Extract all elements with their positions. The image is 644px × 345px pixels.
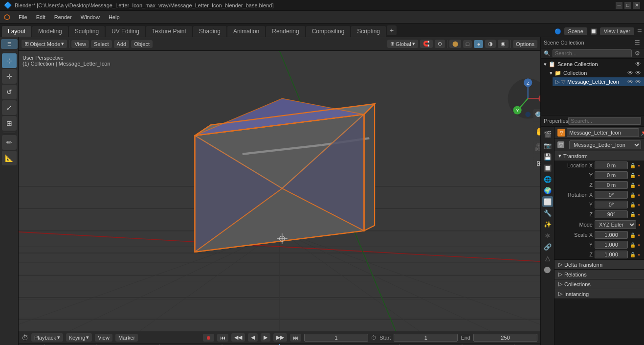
rotation-z-dot[interactable]: ●: [638, 212, 640, 217]
record-button[interactable]: ⏺: [203, 334, 214, 342]
scale-y-dot[interactable]: ●: [638, 243, 640, 247]
location-z-value[interactable]: 0 m: [595, 181, 628, 189]
tab-modeling[interactable]: Modeling: [32, 26, 68, 37]
end-frame[interactable]: 250: [473, 334, 537, 342]
tab-animation[interactable]: Animation: [227, 26, 265, 37]
shading-wire[interactable]: □: [463, 40, 472, 48]
next-frame-button[interactable]: ▶▶: [273, 333, 287, 342]
prop-viewlayer-icon[interactable]: 🔲: [542, 162, 553, 173]
scale-z-value[interactable]: 1.000: [595, 251, 628, 258]
prev-keyframe-button[interactable]: ◀◀: [231, 333, 245, 342]
shading-material[interactable]: ◑: [485, 40, 496, 48]
view-menu[interactable]: View: [71, 40, 89, 48]
current-frame[interactable]: 1: [304, 334, 368, 342]
object-render-eye[interactable]: 👁: [635, 78, 641, 85]
relations-header[interactable]: ▷ Relations: [555, 270, 644, 279]
outliner-filter-icon[interactable]: ☰: [634, 39, 641, 46]
menu-help[interactable]: Help: [105, 13, 124, 21]
collection-row[interactable]: ▾ 📁 Collection 👁 👁: [547, 69, 644, 77]
prop-world-icon[interactable]: 🌍: [542, 185, 553, 196]
prop-data-icon[interactable]: △: [542, 253, 553, 263]
scale-x-value[interactable]: 1.000: [595, 231, 628, 239]
prop-scene-icon[interactable]: 🎬: [542, 129, 553, 139]
options-button[interactable]: Options: [513, 40, 537, 48]
tab-uv-editing[interactable]: UV Editing: [106, 26, 145, 37]
collection-eye[interactable]: 👁: [627, 69, 633, 76]
rotate-tool[interactable]: ↺: [2, 85, 17, 99]
outliner-filter-toggle[interactable]: ⚙: [634, 49, 641, 57]
scale-x-dot[interactable]: ●: [638, 233, 640, 237]
scene-collection-row[interactable]: ▾ 📋 Scene Collection 👁: [541, 60, 644, 69]
tab-compositing[interactable]: Compositing: [306, 26, 351, 37]
viewport-canvas[interactable]: Z X Y: [19, 51, 540, 331]
rotation-x-lock[interactable]: 🔒: [630, 192, 636, 198]
mode-icon[interactable]: ☰: [1, 39, 18, 49]
tab-texture-paint[interactable]: Texture Paint: [146, 26, 192, 37]
collections-header[interactable]: ▷ Collections: [555, 279, 644, 289]
keying-menu[interactable]: Keying ▾: [66, 333, 92, 342]
object-menu[interactable]: Object: [131, 40, 153, 48]
object-row[interactable]: ▷ ▽ Message_Letter_Icon 👁 👁: [553, 77, 644, 86]
cursor-tool[interactable]: ⊹: [2, 53, 17, 68]
rotation-mode-select[interactable]: XYZ Euler XZY Euler YXZ Euler YZX Euler …: [595, 220, 636, 229]
overlay-dropdown[interactable]: ⬤: [449, 40, 461, 48]
object-eye[interactable]: 👁: [627, 78, 633, 85]
marker-menu[interactable]: Marker: [115, 334, 138, 342]
scene-collection-eye[interactable]: 👁: [635, 61, 641, 68]
play-button[interactable]: ▶: [261, 333, 270, 342]
tab-sculpting[interactable]: Sculpting: [69, 26, 105, 37]
transform-global[interactable]: ⊕ Global ▾: [387, 40, 418, 48]
prop-constraints-icon[interactable]: 🔗: [542, 241, 553, 252]
scale-z-lock[interactable]: 🔒: [630, 252, 636, 257]
scale-z-dot[interactable]: ●: [638, 253, 640, 257]
prop-physics-icon[interactable]: ⚛: [542, 230, 553, 241]
tab-layout[interactable]: Layout: [2, 26, 31, 37]
prop-material-icon[interactable]: ⬤: [542, 264, 553, 275]
object-name-input[interactable]: [567, 128, 639, 137]
select-menu[interactable]: Select: [91, 40, 112, 48]
prop-particles-icon[interactable]: ✨: [542, 219, 553, 230]
location-x-value[interactable]: 0 m: [595, 161, 628, 169]
menu-edit[interactable]: Edit: [32, 13, 49, 21]
rotation-x-value[interactable]: 0°: [595, 191, 628, 199]
start-frame[interactable]: 1: [394, 334, 458, 342]
mode-dot[interactable]: ●: [638, 223, 641, 227]
shading-solid[interactable]: ●: [474, 40, 483, 48]
scene-selector[interactable]: Scene: [564, 27, 587, 35]
add-workspace-button[interactable]: +: [387, 25, 397, 35]
tab-scripting[interactable]: Scripting: [351, 26, 386, 37]
prop-object-icon-btn[interactable]: ⬜: [542, 196, 553, 207]
instancing-header[interactable]: ▷ Instancing: [555, 289, 644, 299]
snap-button[interactable]: 🧲: [420, 40, 433, 48]
prop-render-icon[interactable]: 📷: [542, 140, 553, 151]
transform-header[interactable]: ▾ Transform: [555, 151, 644, 161]
menu-file[interactable]: File: [15, 13, 31, 21]
rotation-z-value[interactable]: 90°: [595, 210, 628, 218]
location-z-dot[interactable]: ●: [638, 183, 640, 187]
rotation-z-lock[interactable]: 🔒: [630, 212, 636, 217]
object-selector[interactable]: Message_Letter_Icon: [569, 140, 641, 149]
maximize-button[interactable]: □: [624, 2, 631, 9]
transform-tool[interactable]: ⊞: [2, 116, 17, 131]
pin-icon[interactable]: 📌: [641, 129, 644, 136]
scale-x-lock[interactable]: 🔒: [630, 232, 636, 238]
location-x-lock[interactable]: 🔒: [630, 163, 636, 168]
prop-scenedata-icon[interactable]: 🌐: [542, 174, 553, 184]
jump-end-button[interactable]: ⏭: [290, 334, 301, 342]
shading-rendered[interactable]: ◉: [498, 40, 509, 48]
prop-output-icon[interactable]: 💾: [542, 151, 553, 162]
move-tool[interactable]: ✛: [2, 69, 17, 84]
menu-render[interactable]: Render: [50, 13, 76, 21]
jump-start-button[interactable]: ⏮: [217, 334, 228, 342]
viewport-mode-selector[interactable]: ⊞ Object Mode ▾: [22, 40, 67, 48]
location-y-value[interactable]: 0 m: [595, 171, 628, 179]
scale-y-value[interactable]: 1.000: [595, 241, 628, 249]
delta-transform-header[interactable]: ▷ Delta Transform: [555, 260, 644, 269]
rotation-y-lock[interactable]: 🔒: [630, 202, 636, 207]
tab-shading[interactable]: Shading: [193, 26, 226, 37]
tab-rendering[interactable]: Rendering: [266, 26, 305, 37]
rotation-x-dot[interactable]: ●: [638, 193, 640, 197]
minimize-button[interactable]: ─: [616, 2, 622, 9]
playback-menu[interactable]: Playback ▾: [31, 333, 63, 342]
properties-search[interactable]: [568, 117, 641, 125]
